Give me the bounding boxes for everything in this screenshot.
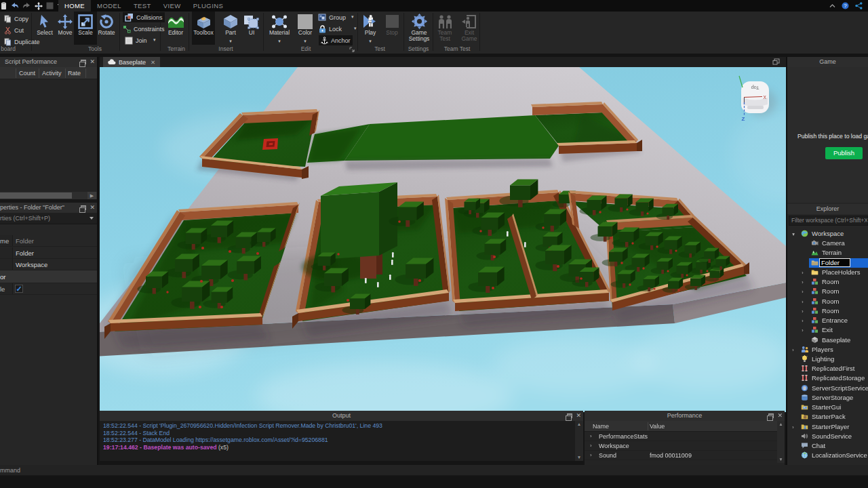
- float-panel-icon[interactable]: [567, 413, 572, 418]
- ribbon-toolbox-button[interactable]: Toolbox: [192, 12, 215, 45]
- close-panel-icon[interactable]: ✕: [90, 59, 95, 65]
- ribbon-editor-button[interactable]: Editor: [164, 12, 187, 44]
- help-icon[interactable]: ?: [842, 2, 849, 9]
- expand-arrow-icon[interactable]: ›: [590, 452, 592, 458]
- close-tab-icon[interactable]: ✕: [151, 59, 155, 66]
- script-performance-hscrollbar[interactable]: ▶: [0, 192, 97, 199]
- property-row[interactable]: meFolder: [0, 235, 97, 247]
- scroll-up-icon[interactable]: ▲: [777, 422, 785, 427]
- collapse-ribbon-icon[interactable]: [829, 4, 835, 8]
- explorer-item-entrance[interactable]: ›Entrance: [787, 316, 868, 325]
- paste-icon[interactable]: [1, 2, 7, 10]
- expand-arrow-icon[interactable]: ›: [590, 443, 592, 449]
- explorer-item-starterplayer[interactable]: ›StarterPlayer: [787, 422, 868, 432]
- ribbon-copy-button[interactable]: Copy: [4, 14, 28, 24]
- explorer-item-placeholders[interactable]: ›PlaceHolders: [787, 268, 868, 277]
- ribbon-tab-model[interactable]: MODEL: [91, 0, 127, 12]
- explorer-item-players[interactable]: ›Players: [787, 345, 868, 354]
- explorer-item-room[interactable]: ›Room: [787, 297, 868, 306]
- float-panel-icon[interactable]: [81, 205, 86, 210]
- dropdown-caret-icon[interactable]: ▾: [304, 39, 307, 44]
- column-header-count[interactable]: Count: [19, 70, 35, 77]
- expand-arrow-icon[interactable]: ›: [590, 433, 592, 439]
- column-header-rate[interactable]: Rate: [68, 70, 81, 77]
- ribbon-constraints-button[interactable]: Constraints: [123, 24, 165, 34]
- float-panel-icon[interactable]: [768, 413, 774, 418]
- explorer-item-soundservice[interactable]: SoundService: [787, 432, 868, 441]
- ribbon-scale-button[interactable]: Scale: [74, 12, 97, 45]
- explorer-item-room[interactable]: ›Room: [787, 306, 868, 316]
- float-panel-icon[interactable]: [81, 60, 86, 64]
- properties-filter-input[interactable]: rties (Ctrl+Shift+P): [0, 213, 97, 224]
- property-row[interactable]: Folder: [0, 247, 97, 259]
- ribbon-group-button[interactable]: Group: [318, 12, 346, 22]
- property-row[interactable]: Workspace: [0, 259, 97, 270]
- expand-arrow-icon[interactable]: ›: [802, 289, 803, 295]
- dropdown-caret-icon[interactable]: ▾: [278, 39, 281, 44]
- expand-arrow-icon[interactable]: ›: [792, 424, 793, 430]
- hscroll-thumb[interactable]: [0, 192, 72, 199]
- explorer-item-serverstorage[interactable]: ServerStorage: [787, 393, 868, 403]
- expand-arrow-icon[interactable]: ›: [802, 308, 803, 314]
- share-icon[interactable]: [855, 2, 863, 9]
- explorer-item-folder[interactable]: Folder: [787, 258, 868, 268]
- rename-input[interactable]: Folder: [819, 258, 850, 267]
- expand-arrow-icon[interactable]: ›: [802, 299, 803, 304]
- expand-arrow-icon[interactable]: ›: [802, 280, 803, 285]
- ribbon-rotate-button[interactable]: Rotate: [95, 12, 118, 44]
- dropdown-caret-icon[interactable]: ▾: [354, 26, 357, 31]
- ribbon-select-button[interactable]: Select: [33, 12, 56, 44]
- close-panel-icon[interactable]: ✕: [576, 413, 581, 419]
- explorer-item-room[interactable]: ›Room: [787, 287, 868, 296]
- ribbon-part-button[interactable]: Part▾: [219, 12, 242, 44]
- explorer-item-workspace[interactable]: ▾Workspace: [787, 229, 868, 239]
- restore-viewport-icon[interactable]: [772, 58, 780, 65]
- expand-arrow-icon[interactable]: ›: [792, 347, 793, 352]
- tab-baseplate[interactable]: Baseplate ✕: [103, 57, 160, 67]
- explorer-item-replicatedstorage[interactable]: ReplicatedStorage: [787, 373, 868, 383]
- ribbon-tab-view[interactable]: VIEW: [157, 0, 187, 12]
- dropdown-caret-icon[interactable]: ▾: [369, 39, 372, 44]
- ribbon-anchor-button[interactable]: Anchor: [319, 35, 353, 45]
- scroll-down-icon[interactable]: ▼: [777, 457, 785, 462]
- move-tool-icon[interactable]: [35, 2, 43, 10]
- command-bar-input[interactable]: mmand: [0, 465, 868, 476]
- explorer-item-exit[interactable]: ›Exit: [787, 325, 868, 335]
- dialog-launcher-icon[interactable]: [349, 47, 355, 52]
- property-value[interactable]: Folder: [16, 235, 34, 247]
- explorer-filter-input[interactable]: Filter workspace (Ctrl+Shift+X): [789, 216, 868, 226]
- redo-icon[interactable]: [22, 2, 31, 9]
- ribbon-ui-button[interactable]: UI: [240, 12, 263, 44]
- hscroll-right-arrow-icon[interactable]: ▶: [87, 192, 96, 199]
- explorer-item-terrain[interactable]: Terrain: [787, 248, 868, 258]
- property-section-header[interactable]: or: [0, 270, 97, 283]
- property-value[interactable]: Folder: [16, 247, 34, 259]
- performance-row-sound[interactable]: ›Soundfmod 00011009: [585, 451, 785, 460]
- expand-arrow-icon[interactable]: ›: [802, 319, 803, 324]
- ribbon-tab-home[interactable]: HOME: [58, 0, 91, 12]
- ribbon-game-settings-button[interactable]: Game Settings: [408, 12, 431, 44]
- explorer-item-lighting[interactable]: Lighting: [787, 354, 868, 364]
- ribbon-play-button[interactable]: Play▾: [359, 12, 382, 44]
- explorer-item-chat[interactable]: Chat: [787, 441, 868, 451]
- scroll-up-icon[interactable]: ▲: [575, 422, 583, 427]
- ribbon-lock-button[interactable]: Lock: [319, 24, 342, 34]
- ribbon-move-button[interactable]: Move: [54, 12, 77, 44]
- 3d-scene[interactable]: Top X Z: [100, 67, 786, 412]
- close-panel-icon[interactable]: ✕: [777, 413, 783, 419]
- performance-row-workspace[interactable]: ›Workspace: [585, 441, 785, 451]
- property-value[interactable]: Workspace: [16, 259, 47, 270]
- close-panel-icon[interactable]: ✕: [90, 205, 95, 211]
- explorer-item-baseplate[interactable]: Baseplate: [787, 336, 868, 345]
- ribbon-material-button[interactable]: Material▾: [268, 12, 291, 44]
- ribbon-collisions-button[interactable]: Collisions: [123, 12, 165, 22]
- ribbon-join-button[interactable]: Join: [125, 35, 147, 45]
- dropdown-caret-icon[interactable]: ▾: [229, 39, 232, 44]
- performance-row-performancestats[interactable]: ›PerformanceStats: [585, 432, 785, 441]
- ribbon-tab-plugins[interactable]: PLUGINS: [187, 0, 230, 12]
- ribbon-cut-button[interactable]: Cut: [4, 25, 24, 35]
- archivable-checkbox[interactable]: ✓: [15, 285, 23, 293]
- undo-icon[interactable]: [10, 2, 19, 9]
- publish-button[interactable]: Publish: [825, 147, 863, 159]
- explorer-item-camera[interactable]: Camera: [787, 239, 868, 248]
